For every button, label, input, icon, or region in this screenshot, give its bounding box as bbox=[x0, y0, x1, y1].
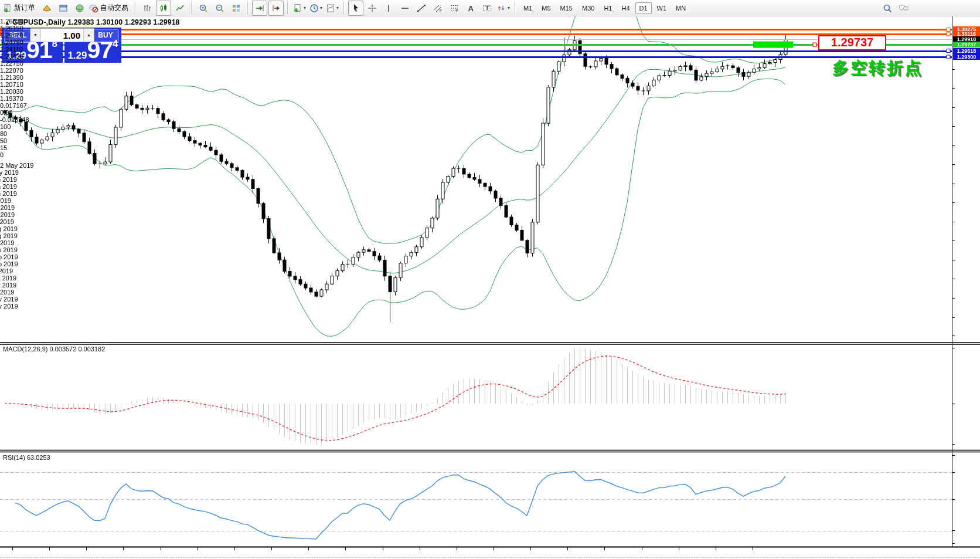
svg-text:A: A bbox=[468, 4, 474, 12]
horizontal-line-button[interactable] bbox=[397, 1, 413, 16]
search-icon bbox=[883, 4, 892, 13]
date-axis-label: 2 Sep 2019 bbox=[0, 239, 19, 246]
price-axis-tick: 1.22070 bbox=[0, 67, 38, 74]
tile-windows-button[interactable] bbox=[229, 1, 244, 16]
date-axis-label: 8 Jul 2019 bbox=[0, 197, 19, 204]
volume-decrease-button[interactable]: ▼ bbox=[30, 29, 41, 42]
timeframe-h4[interactable]: H4 bbox=[617, 2, 634, 14]
navigator-icon bbox=[59, 4, 68, 13]
price-axis-tick: 1.26830 bbox=[0, 18, 38, 25]
macd-axis-tick: 0.00 bbox=[0, 109, 38, 116]
volume-stepper[interactable]: ▼ 1.00 ▲ bbox=[30, 28, 94, 42]
date-axis-label: 17 Jul 2019 bbox=[0, 204, 19, 211]
price-tag: 1.29518 bbox=[953, 48, 980, 54]
text-label-button[interactable]: T bbox=[479, 1, 495, 16]
bar-chart-button[interactable] bbox=[139, 1, 155, 16]
zoom-in-button[interactable] bbox=[196, 1, 211, 16]
crosshair-icon bbox=[368, 4, 377, 13]
price-tag: 1.29300 bbox=[953, 54, 980, 60]
timeframe-m1[interactable]: M1 bbox=[519, 2, 536, 14]
date-axis-label: 6 Nov 2019 bbox=[0, 289, 19, 296]
volume-increase-button[interactable]: ▲ bbox=[83, 29, 94, 42]
text-button[interactable]: A bbox=[463, 1, 478, 16]
timeframe-w1[interactable]: W1 bbox=[653, 2, 671, 14]
timeframe-h1[interactable]: H1 bbox=[600, 2, 616, 14]
clock-icon bbox=[309, 4, 319, 13]
price-tag: 1.29737 bbox=[953, 42, 980, 48]
autotrading-icon bbox=[89, 4, 98, 13]
toolbar-separator bbox=[515, 2, 516, 15]
zoom-in-icon bbox=[199, 4, 208, 13]
rsi-axis-tick: 50 bbox=[0, 137, 38, 144]
equidistant-channel-icon: E bbox=[433, 4, 443, 13]
indicators-button[interactable]: ▾ bbox=[292, 1, 307, 16]
candlestick-chart-button[interactable] bbox=[156, 1, 171, 16]
buy-price-main: 1.29 bbox=[67, 50, 87, 62]
price-axis-tick: 1.21390 bbox=[0, 74, 38, 81]
macd-axis-tick: -0.013348 bbox=[0, 116, 38, 123]
cursor-icon bbox=[351, 4, 360, 13]
terminal-icon bbox=[75, 4, 84, 13]
cursor-button[interactable] bbox=[348, 1, 363, 16]
date-axis-label: 10 Jun 2019 bbox=[0, 176, 19, 183]
autotrading-label: 自动交易 bbox=[100, 3, 128, 13]
price-annotation-box[interactable]: 1.29737 bbox=[818, 35, 886, 50]
fibonacci-button[interactable]: F bbox=[447, 1, 462, 16]
date-axis-label: 9 Oct 2019 bbox=[0, 267, 19, 275]
new-order-label: 新订单 bbox=[14, 3, 35, 13]
trendline-button[interactable] bbox=[414, 1, 429, 16]
timeframe-m30[interactable]: M30 bbox=[578, 2, 598, 14]
navigator-button[interactable] bbox=[56, 1, 71, 16]
timeframe-d1[interactable]: D1 bbox=[635, 2, 652, 14]
equidistant-channel-button[interactable]: E bbox=[430, 1, 445, 16]
crosshair-button[interactable] bbox=[365, 1, 380, 16]
auto-scroll-button[interactable] bbox=[252, 1, 267, 16]
terminal-button[interactable] bbox=[72, 1, 87, 16]
timeframe-m5[interactable]: M5 bbox=[537, 2, 554, 14]
date-axis-label: 15 Nov 2019 bbox=[0, 296, 19, 303]
toolbar-separator bbox=[191, 2, 192, 15]
rsi-axis-tick: 15 bbox=[0, 144, 38, 151]
date-axis-label: 19 Jun 2019 bbox=[0, 183, 19, 190]
fibonacci-icon: F bbox=[450, 4, 459, 13]
chat-button[interactable] bbox=[896, 1, 911, 16]
chevron-down-icon: ▾ bbox=[304, 5, 306, 11]
macd-axis-tick: 0.017167 bbox=[0, 102, 38, 109]
vertical-line-icon bbox=[384, 4, 393, 13]
chart-shift-button[interactable] bbox=[268, 1, 284, 16]
new-order-button[interactable]: 新订单 bbox=[2, 1, 38, 16]
chinese-annotation[interactable]: 多空转折点 bbox=[832, 57, 923, 79]
volume-value[interactable]: 1.00 bbox=[41, 29, 83, 42]
line-chart-button[interactable] bbox=[172, 1, 188, 16]
chevron-down-icon: ▾ bbox=[508, 5, 510, 11]
search-button[interactable] bbox=[880, 1, 895, 16]
timeframe-m15[interactable]: M15 bbox=[556, 2, 577, 14]
svg-text:E: E bbox=[440, 9, 443, 13]
date-axis-label: 5 Aug 2019 bbox=[0, 218, 19, 225]
chevron-down-icon: ▾ bbox=[320, 5, 322, 11]
date-axis-label: 11 Sep 2019 bbox=[0, 246, 19, 253]
date-axis-label: 25 Nov 2019 bbox=[0, 303, 19, 310]
date-axis-label: 20 Sep 2019 bbox=[0, 253, 19, 260]
arrows-button[interactable]: ▾ bbox=[496, 1, 511, 16]
toolbar-separator bbox=[135, 2, 136, 15]
rsi-axis-tick: 80 bbox=[0, 130, 38, 137]
svg-text:T: T bbox=[486, 5, 489, 11]
date-axis-label: 26 Jul 2019 bbox=[0, 211, 19, 218]
periods-button[interactable]: ▾ bbox=[308, 1, 324, 16]
templates-button[interactable]: ▾ bbox=[325, 1, 340, 16]
macd-indicator-label: MACD(12,26,9) 0.003572 0.003182 bbox=[3, 345, 105, 353]
line-chart-icon bbox=[175, 4, 185, 13]
market-watch-button[interactable] bbox=[39, 1, 55, 16]
zoom-out-button[interactable] bbox=[212, 1, 227, 16]
template-icon bbox=[326, 4, 335, 13]
trendline-icon bbox=[417, 4, 426, 13]
date-axis-label: 14 Aug 2019 bbox=[0, 225, 19, 232]
rsi-axis-tick: 0 bbox=[0, 151, 38, 158]
autotrading-button[interactable]: 自动交易 bbox=[89, 1, 131, 16]
tile-windows-icon bbox=[232, 4, 241, 13]
timeframe-mn[interactable]: MN bbox=[672, 2, 690, 14]
toolbar: 新订单 自动交易 ▾ ▾ ▾ E F A T ▾ M1 M5 M15 M30 H… bbox=[0, 0, 980, 16]
rsi-axis-tick: 100 bbox=[0, 123, 38, 130]
vertical-line-button[interactable] bbox=[381, 1, 396, 16]
